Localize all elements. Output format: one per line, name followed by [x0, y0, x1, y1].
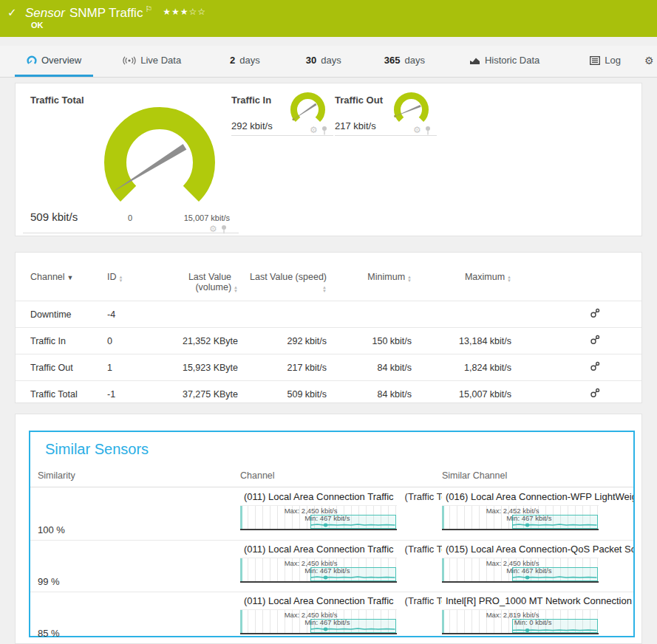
channel-mini-graph[interactable]: Max: 2,450 kbit/s Min: 467 kbit/s: [240, 558, 397, 583]
table-row[interactable]: Traffic In 0 21,352 KByte 292 kbit/s 150…: [16, 328, 641, 354]
similar-sensor-row: 85 % (011) Local Area Connection Traffic…: [30, 592, 633, 643]
channel-name[interactable]: Traffic Out: [16, 354, 104, 381]
tab-overview[interactable]: Overview: [15, 46, 93, 77]
chart-icon: [469, 56, 480, 65]
channel-mini-graph[interactable]: Max: 2,450 kbit/s Min: 467 kbit/s: [240, 609, 397, 634]
similar-channel-link[interactable]: (015) Local Area Connection-QoS Packet S…: [442, 544, 633, 555]
divider: [23, 233, 239, 233]
ok-check-icon: ✓: [7, 6, 17, 19]
traffic-in-gauge[interactable]: [287, 89, 328, 130]
sort-icon: ▲▼: [507, 275, 511, 283]
similar-channel-link[interactable]: (016) Local Area Connection-WFP LightWei…: [442, 491, 633, 502]
channel-link[interactable]: (011) Local Area Connection Traffic (Tra…: [240, 595, 442, 606]
channel-max: 1,824 kbit/s: [415, 354, 514, 381]
similarity-value: 99 %: [38, 576, 60, 587]
tab-live-data[interactable]: Live Data: [111, 46, 193, 77]
column-header-channel[interactable]: Channel▼: [16, 267, 104, 301]
column-header-similarity: Similarity: [38, 470, 240, 481]
sort-icon: ▲▼: [407, 275, 412, 283]
tab-log[interactable]: Log: [578, 46, 633, 77]
channel-max: [415, 301, 514, 328]
gauge-in-label: Traffic In: [231, 95, 271, 106]
table-row[interactable]: Traffic Out 1 15,923 KByte 217 kbit/s 84…: [16, 354, 641, 381]
channel-volume: 37,275 KByte: [149, 381, 241, 408]
sensor-header: ✓ SensorSNMP Traffic⚐★★★☆☆ OK: [0, 0, 657, 37]
pin-icon[interactable]: [321, 126, 328, 135]
table-row[interactable]: Traffic Total -1 37,275 KByte 509 kbit/s…: [16, 381, 641, 408]
graph-min-label: Min: 467 kbit/s: [442, 566, 551, 575]
sensor-title: SensorSNMP Traffic⚐★★★☆☆: [25, 4, 206, 21]
sort-icon: ▲▼: [119, 275, 123, 283]
gauge-in-value: 292 kbit/s: [231, 120, 273, 131]
status-badge: OK: [31, 21, 44, 30]
channel-min: 84 kbit/s: [330, 381, 415, 408]
column-header-last-value-speed[interactable]: Last Value (speed)▲▼: [241, 267, 330, 301]
priority-stars[interactable]: ★★★☆☆: [163, 7, 206, 17]
similar-channel-link[interactable]: Intel[R] PRO_1000 MT Network Connection …: [442, 595, 633, 606]
channel-link[interactable]: (011) Local Area Connection Traffic (Tra…: [240, 544, 442, 555]
gauges-panel: Traffic Total 509 kbit/s 0 15,007 kbit/s…: [15, 83, 642, 236]
traffic-total-gauge[interactable]: [97, 100, 222, 225]
similar-sensors-title: Similar Sensors: [45, 441, 149, 458]
channel-cell: (011) Local Area Connection Traffic (Tra…: [240, 595, 442, 642]
traffic-out-gauge[interactable]: [391, 89, 432, 130]
gauge-icon: [27, 55, 37, 66]
tab-2-days[interactable]: 2days: [218, 46, 272, 77]
gauge-out-value: 217 kbit/s: [335, 120, 376, 131]
channel-settings-icon[interactable]: [590, 361, 600, 371]
graph-min-label: Min: 467 kbit/s: [240, 566, 350, 575]
similar-sensors-header: Similarity Channel Similar Channel: [30, 470, 633, 487]
similar-channel-mini-graph[interactable]: Max: 2,819 kbit/s Min: 0 kbit/s: [442, 609, 599, 634]
sensor-type-label: Sensor: [25, 6, 65, 20]
channel-settings-icon[interactable]: [590, 335, 600, 345]
channel-id: -4: [104, 301, 149, 328]
channel-volume: [149, 301, 241, 328]
sort-icon: ▲▼: [234, 286, 238, 293]
gauge-out-label: Traffic Out: [335, 95, 383, 106]
channel-name[interactable]: Traffic In: [16, 328, 104, 354]
graph-min-label: Min: 467 kbit/s: [240, 514, 350, 522]
column-header-similar-channel: Similar Channel: [442, 470, 633, 481]
similar-sensor-row: 100 % (011) Local Area Connection Traffi…: [30, 488, 633, 540]
column-header-id[interactable]: ID▲▼: [104, 267, 149, 301]
channel-speed: 509 kbit/s: [241, 381, 330, 408]
channel-speed: [241, 301, 330, 328]
divider: [335, 135, 437, 136]
channel-name[interactable]: Traffic Total: [16, 381, 104, 408]
channel-mini-graph[interactable]: Max: 2,450 kbit/s Min: 467 kbit/s: [240, 505, 397, 530]
similar-channel-cell: (016) Local Area Connection-WFP LightWei…: [442, 491, 633, 538]
gear-icon[interactable]: ⚙: [310, 125, 318, 135]
channel-speed: 217 kbit/s: [241, 354, 330, 381]
similar-channel-mini-graph[interactable]: Max: 2,450 kbit/s Min: 467 kbit/s: [442, 558, 599, 583]
channel-min: 84 kbit/s: [330, 354, 415, 381]
channel-volume: 15,923 KByte: [149, 354, 241, 381]
similar-sensor-row: 99 % (011) Local Area Connection Traffic…: [30, 540, 633, 592]
channel-min: [330, 301, 415, 328]
channel-settings-icon[interactable]: [590, 308, 600, 318]
flag-icon[interactable]: ⚐: [145, 4, 152, 13]
similar-channel-mini-graph[interactable]: Max: 2,452 kbit/s Min: 467 kbit/s: [442, 505, 599, 530]
tab-365-days[interactable]: 365days: [372, 46, 437, 77]
channel-settings-icon[interactable]: [590, 388, 600, 398]
channel-link[interactable]: (011) Local Area Connection Traffic (Tra…: [240, 491, 442, 502]
gauge-total-label: Traffic Total: [30, 95, 84, 106]
channel-name[interactable]: Downtime: [16, 301, 104, 328]
column-header-maximum[interactable]: Maximum▲▼: [415, 267, 514, 301]
similar-sensors-rows: 100 % (011) Local Area Connection Traffi…: [30, 488, 633, 643]
column-header-last-value-volume[interactable]: Last Value (volume)▲▼: [149, 267, 241, 301]
channel-max: 15,007 kbit/s: [415, 381, 514, 408]
channels-panel: Channel▼ ID▲▼ Last Value (volume)▲▼ Last…: [15, 252, 642, 403]
similar-sensors-panel: Similar Sensors Similarity Channel Simil…: [15, 414, 642, 644]
pin-icon[interactable]: [424, 126, 432, 135]
gear-icon[interactable]: ⚙: [413, 125, 421, 135]
similar-sensors-box: Similar Sensors Similarity Channel Simil…: [29, 431, 635, 637]
channel-volume: 21,352 KByte: [149, 328, 241, 354]
table-row[interactable]: Downtime -4: [16, 301, 641, 328]
broadcast-icon: [123, 56, 136, 65]
similar-channel-cell: (015) Local Area Connection-QoS Packet S…: [442, 544, 633, 590]
column-header-minimum[interactable]: Minimum▲▼: [330, 267, 415, 301]
tab-historic-data[interactable]: Historic Data: [457, 46, 551, 77]
tab-settings[interactable]: ⚙ Settings: [633, 46, 657, 77]
tab-30-days[interactable]: 30days: [294, 46, 353, 77]
tab-bar: Overview Live Data 2days 30days 365days …: [0, 46, 657, 78]
